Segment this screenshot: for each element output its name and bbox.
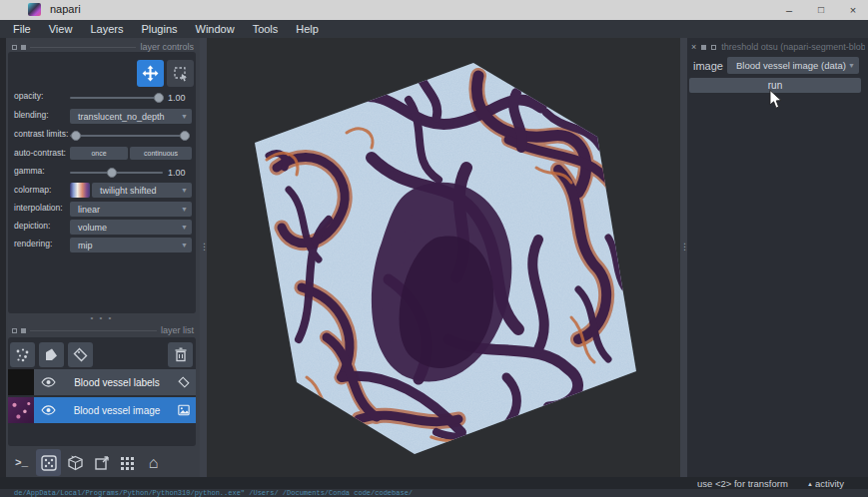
layer-controls-title: layer controls: [140, 42, 194, 52]
colormap-dropdown[interactable]: twilight shifted ▼: [92, 183, 192, 198]
pan-zoom-tool-button[interactable]: [137, 60, 164, 87]
layer-list-header: layer list: [12, 325, 194, 335]
pan-arrows-icon: [142, 65, 159, 82]
opacity-label: opacity:: [14, 91, 43, 101]
layer-controls-header: layer controls: [12, 42, 194, 52]
volume-rendering-blood-vessels: [207, 38, 680, 477]
grid-icon: [120, 456, 135, 471]
plugin-panel-header: × threshold otsu (napari-segment-blobs-a: [691, 42, 865, 52]
rendering-label: rendering:: [14, 239, 52, 248]
auto-contrast-once-button[interactable]: once: [70, 147, 128, 160]
new-points-layer-button[interactable]: [10, 342, 35, 367]
colormap-label: colormap:: [14, 185, 51, 195]
image-param-label: image: [693, 60, 723, 72]
dock-resize-handle[interactable]: • • •: [8, 313, 196, 322]
dice-icon: [41, 455, 57, 471]
depiction-label: depiction:: [14, 221, 50, 231]
chevron-down-icon: ▼: [848, 62, 859, 69]
menu-view[interactable]: View: [40, 20, 82, 38]
layer-list-title: layer list: [161, 325, 194, 335]
layer-thumbnail: [8, 369, 34, 395]
viewer-canvas[interactable]: [207, 38, 680, 477]
visibility-eye-icon[interactable]: [41, 405, 56, 415]
grid-view-button[interactable]: [116, 451, 139, 475]
auto-contrast-continuous-button[interactable]: continuous: [130, 147, 192, 160]
hide-panel-icon[interactable]: [21, 45, 26, 50]
chevron-down-icon: ▼: [181, 242, 192, 248]
delete-layer-button[interactable]: [168, 342, 193, 367]
left-splitter[interactable]: [200, 38, 207, 477]
mouse-cursor: [769, 90, 783, 114]
interpolation-dropdown[interactable]: linear ▼: [70, 202, 192, 217]
labels-type-icon: [178, 376, 190, 388]
minimize-button[interactable]: –: [774, 0, 804, 20]
contrast-limits-label: contrast limits:: [14, 129, 68, 139]
close-button[interactable]: ×: [838, 0, 868, 20]
transform-tool-button[interactable]: [167, 60, 194, 87]
activity-toggle[interactable]: ▲activity: [807, 478, 844, 489]
blending-label: blending:: [14, 110, 49, 120]
toggle-2d-3d-button[interactable]: [36, 449, 61, 476]
splitter-handle-icon[interactable]: ⋮: [680, 242, 687, 251]
menu-tools[interactable]: Tools: [244, 20, 288, 38]
transpose-dimensions-button[interactable]: [90, 451, 113, 475]
gamma-value: 1.00: [168, 168, 186, 178]
new-labels-layer-button[interactable]: [68, 342, 93, 367]
blending-dropdown[interactable]: translucent_no_depth ▼: [70, 109, 192, 124]
hide-panel-icon[interactable]: [21, 328, 26, 333]
image-select-value: Blood vessel image (data): [727, 60, 848, 71]
layer-name: Blood vessel labels: [56, 377, 178, 388]
layer-thumbnail: [8, 397, 34, 423]
interpolation-value: linear: [70, 205, 181, 215]
menu-plugins[interactable]: Plugins: [132, 20, 186, 38]
transpose-icon: [94, 455, 110, 471]
layer-controls-panel: opacity: 1.00 blending: translucent_no_d…: [8, 52, 196, 313]
menu-layers[interactable]: Layers: [81, 20, 132, 38]
close-plugin-icon[interactable]: ×: [691, 42, 696, 52]
title-bar: napari – □ ×: [0, 0, 868, 20]
contrast-slider-track[interactable]: [70, 135, 190, 137]
new-shapes-layer-button[interactable]: [39, 342, 64, 367]
image-select-dropdown[interactable]: Blood vessel image (data) ▼: [727, 57, 859, 74]
plugin-panel-title: threshold otsu (napari-segment-blobs-a: [721, 42, 865, 52]
menu-window[interactable]: Window: [187, 20, 244, 38]
contrast-high-handle[interactable]: [180, 131, 190, 141]
maximize-button[interactable]: □: [806, 0, 836, 20]
gamma-label: gamma:: [14, 166, 45, 176]
opacity-slider-track[interactable]: [70, 97, 163, 99]
gamma-slider-handle[interactable]: [107, 168, 117, 178]
home-reset-view-button[interactable]: ⌂: [142, 451, 165, 475]
right-splitter[interactable]: [680, 38, 687, 477]
trash-icon: [174, 347, 188, 362]
window-title: napari: [50, 3, 81, 15]
opacity-value: 1.00: [168, 93, 186, 103]
float-panel-icon[interactable]: [701, 45, 706, 50]
opacity-slider-handle[interactable]: [154, 93, 164, 103]
layer-row-blood-vessel-image[interactable]: Blood vessel image: [8, 397, 196, 423]
background-window-strip: de/AppData/Local/Programs/Python/Python3…: [0, 489, 868, 497]
layer-row-body: Blood vessel labels: [34, 369, 196, 395]
float-panel-icon[interactable]: [12, 328, 17, 333]
points-icon: [15, 347, 30, 362]
colormap-swatch: [70, 183, 90, 198]
activity-arrow-icon: ▲: [807, 481, 813, 487]
napari-window: napari – □ × File View Layers Plugins Wi…: [0, 0, 868, 497]
cube-icon: [67, 455, 84, 471]
depiction-dropdown[interactable]: volume ▼: [70, 220, 192, 235]
console-button[interactable]: >_: [10, 451, 33, 475]
splitter-handle-icon[interactable]: ⋮: [200, 242, 207, 251]
auto-contrast-label: auto-contrast:: [14, 148, 66, 158]
rendering-dropdown[interactable]: mip ▼: [70, 238, 192, 252]
visibility-eye-icon[interactable]: [41, 377, 56, 387]
chevron-down-icon: ▼: [181, 187, 192, 194]
colormap-value: twilight shifted: [92, 186, 181, 196]
contrast-low-handle[interactable]: [71, 131, 81, 141]
roll-dimensions-button[interactable]: [64, 451, 87, 475]
tag-icon: [73, 347, 88, 362]
float-panel-icon[interactable]: [12, 45, 17, 50]
layer-name: Blood vessel image: [56, 405, 178, 416]
layer-row-blood-vessel-labels[interactable]: Blood vessel labels: [8, 369, 196, 395]
menu-help[interactable]: Help: [287, 20, 328, 38]
menu-file[interactable]: File: [4, 20, 40, 38]
hide-panel-icon[interactable]: [711, 45, 716, 50]
